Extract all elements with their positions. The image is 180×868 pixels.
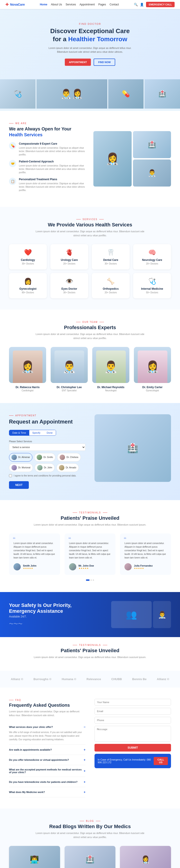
hero-description: Lorem ipsum dolor sit amet consectetur. …: [43, 46, 137, 54]
appt-form: Please Select Services Select a service …: [9, 440, 85, 489]
doctor-michael[interactable]: 👨‍⚕️ Dr. Michael Reynolds Neurologist: [92, 347, 130, 392]
doctor-name-3: Dr. Chelsea: [66, 456, 78, 459]
doctor-christopher-photo: 👨‍⚕️: [50, 347, 88, 383]
orthopedics-name: Orthopedics: [96, 287, 126, 290]
faq-question-5[interactable]: Do you have telemedicine visits for pati…: [9, 780, 85, 784]
faq-desc: Lorem ipsum dolor sit amet consectetur. …: [9, 710, 85, 717]
blog-post-1[interactable]: 👨‍💻 By Olivia Rose | 14 Dec 2024 29 Dec …: [9, 846, 60, 868]
faq-item-5: Do you have telemedicine visits for pati…: [9, 777, 85, 787]
doctor-option-2[interactable]: Dr. Grello: [34, 453, 56, 462]
appointment-button[interactable]: APPOINTMENT: [65, 59, 91, 66]
faq-question-2[interactable]: Are walk-in appointments available? +: [9, 748, 85, 751]
doctor-option-1[interactable]: Dr. Almenar: [9, 453, 32, 462]
partners-section: Allianz © Burroughs © Humana © Relevance…: [0, 671, 180, 687]
nav-about[interactable]: About Us: [51, 3, 62, 6]
tab-done[interactable]: Done: [44, 430, 56, 435]
doctor-avatar-5: [37, 465, 42, 470]
terms-checkbox[interactable]: [9, 474, 12, 477]
faq-phone-input[interactable]: [95, 717, 171, 723]
services-desc: Lorem ipsum dolor sit amet consectetur. …: [34, 229, 146, 238]
doctor-avatar-1: [11, 455, 17, 460]
doctor-christopher[interactable]: 👨‍⚕️ Dr. Christopher Lee ENT Specialist: [50, 347, 88, 392]
about-img-2: 🏥: [133, 131, 171, 158]
about-img-3: 👨‍⚕️: [133, 159, 171, 187]
orthopedics-count: 20+ Doctors: [96, 291, 126, 294]
partner-chubb: CHUBB: [111, 677, 122, 681]
cardiology-icon: ❤️: [12, 249, 43, 256]
doctor-christopher-name: Dr. Christopher Lee: [50, 386, 88, 389]
tab-specify[interactable]: Specify: [29, 430, 44, 435]
doctor-rebecca[interactable]: 👩‍⚕️ Dr. Rebecca Harris Cardiologist: [9, 347, 46, 392]
about-title: We are Always Open for Your Health Servi…: [9, 126, 86, 137]
service-neurology[interactable]: 🧠 Neurology Care 20+ Doctors: [133, 244, 171, 270]
service-orthopedics[interactable]: 🦴 Orthopedics 20+ Doctors: [92, 273, 130, 298]
nav-appointment[interactable]: Appointment: [80, 3, 95, 6]
dental-icon: 🦷: [96, 249, 126, 256]
faq-toggle-4: +: [84, 769, 85, 773]
faq-item-4: What are the accepted payment methods fo…: [9, 765, 85, 777]
service-internal[interactable]: 🩺 Internal Medicine 50+ Doctors: [133, 273, 171, 298]
nav-services[interactable]: Services: [66, 3, 76, 6]
service-urology[interactable]: 🫀 Urology Care 20+ Doctors: [50, 244, 88, 270]
emergency-call-button[interactable]: EMERGENCY CALL: [146, 2, 175, 7]
service-eyes[interactable]: 👁️ Eyes Doctor 30+ Doctors: [50, 273, 88, 298]
faq-submit-button[interactable]: SUBMIT: [95, 744, 171, 751]
faq-label: FAQ: [9, 699, 85, 701]
internal-name: Internal Medicine: [137, 287, 168, 290]
about-feature-text-1: Compassionate 9 Expert Care Lorem ipsum …: [19, 142, 86, 156]
blog-post-3[interactable]: 👩‍⚕️ By Olivia Rose | 14 Dec 2024 14 Dec…: [120, 846, 171, 868]
testi-stars-3: ★★★★★: [134, 567, 152, 569]
faq-question-3[interactable]: Do you offer telemedicine or virtual app…: [9, 758, 85, 762]
nav-contact[interactable]: Contact: [110, 3, 119, 6]
about-feature-text-3: Personalized Treatment Plans Lorem ipsum…: [19, 178, 86, 192]
service-dental[interactable]: 🦷 Dental Care 30+ Doctors: [92, 244, 130, 270]
call-us-button[interactable]: CALL US: [154, 757, 168, 765]
next-button[interactable]: NEXT: [9, 481, 29, 489]
eyes-name: Eyes Doctor: [54, 287, 84, 290]
service-cardiology[interactable]: ❤️ Cardiology 30+ Doctors: [9, 244, 47, 270]
faq-question-4[interactable]: What are the accepted payment methods fo…: [9, 768, 85, 774]
doctor-option-6[interactable]: Dr. Amado: [57, 463, 79, 472]
doctor-avatar-3: [60, 455, 65, 460]
service-select[interactable]: Select a service: [9, 443, 85, 451]
faq-question-1[interactable]: What services does your clinic offer? −: [9, 725, 85, 729]
team-section: OUR TEAM Professionals Experts Lorem ips…: [0, 310, 180, 403]
service-gynecologist[interactable]: 👩 Gynecologist 80+ Doctors: [9, 273, 47, 298]
dental-count: 30+ Doctors: [96, 262, 126, 265]
logo-icon: ✚: [5, 2, 9, 7]
nav-pages[interactable]: Pages: [98, 3, 106, 6]
blog-label: BLOG: [9, 820, 171, 822]
dot-2[interactable]: [91, 580, 92, 581]
faq-email-input[interactable]: [95, 708, 171, 715]
doctor-emily-name: Dr. Emily Carter: [134, 386, 171, 389]
doctor-option-4[interactable]: Dr. Morional: [9, 463, 33, 472]
partner-humana: Humana ©: [62, 677, 76, 681]
partner-bennis: Bennis Be: [132, 677, 147, 681]
dot-1[interactable]: [86, 580, 89, 581]
nav-logo[interactable]: ✚ NovaCare: [5, 2, 25, 7]
blog-post-2[interactable]: 🏥 By Olivia Rose | 14 Dec 2024 14 Dec 20…: [65, 846, 116, 868]
doctor-option-3[interactable]: Dr. Chelsea: [57, 453, 80, 462]
doctor-emily[interactable]: 👩‍⚕️ Dr. Emily Carter Gynecologist: [134, 347, 171, 392]
faq-name-input[interactable]: [95, 699, 171, 706]
about-section: We are We are Always Open for Your Healt…: [0, 111, 180, 207]
findnow-button[interactable]: FIND NOW: [94, 59, 115, 66]
urology-name: Urology Care: [54, 258, 84, 261]
appt-left: APPOINTMENT Request an Appointment Date …: [9, 414, 85, 489]
testi2-label: TESTIMONIALS: [9, 644, 171, 646]
doctor-avatar-6: [59, 465, 64, 470]
tab-datetime[interactable]: Date & Time: [9, 430, 29, 435]
testi-avatar-2: [69, 563, 76, 570]
faq-message-input[interactable]: [95, 726, 171, 742]
dot-3[interactable]: [93, 580, 94, 581]
appointment-section: APPOINTMENT Request an Appointment Date …: [0, 403, 180, 500]
search-icon[interactable]: 🔍: [134, 3, 138, 6]
hero-section: FIND DOCTOR Discover Exceptional Care fo…: [0, 9, 180, 79]
user-icon[interactable]: 👤: [140, 3, 144, 6]
quote-icon-1: ❝: [12, 536, 15, 542]
testi-card-3: ❝ Lorem ipsum dolor sit amet consectetur…: [120, 533, 171, 575]
nav-home[interactable]: Home: [40, 3, 47, 6]
testi-info-2: Mr. John Doe ★★★★★: [78, 564, 94, 569]
doctor-option-5[interactable]: Dr. John: [35, 463, 55, 472]
faq-question-6[interactable]: What does My Medicine work? +: [9, 790, 85, 794]
